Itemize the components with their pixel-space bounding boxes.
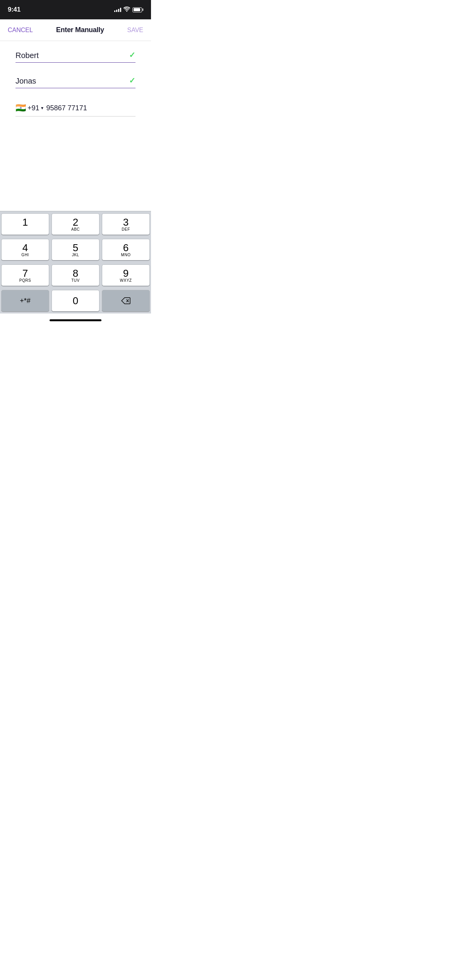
keyboard-row-3: 7 PQRS 8 TUV 9 WXYZ: [0, 262, 151, 288]
key-9[interactable]: 9 WXYZ: [102, 264, 150, 286]
empty-space: [0, 117, 151, 194]
status-bar: 9:41: [0, 0, 151, 19]
keyboard-row-2: 4 GHI 5 JKL 6 MNO: [0, 237, 151, 262]
country-flag: 🇮🇳: [15, 103, 26, 113]
key-0[interactable]: 0: [51, 290, 100, 312]
key-special[interactable]: +*#: [1, 290, 49, 312]
last-name-input[interactable]: [15, 74, 136, 88]
last-name-field: ✓: [15, 74, 136, 88]
key-6[interactable]: 6 MNO: [102, 239, 150, 260]
status-icons: [114, 7, 143, 13]
save-button[interactable]: SAVE: [126, 24, 145, 37]
page-title: Enter Manually: [56, 26, 104, 34]
wifi-icon: [124, 7, 130, 13]
page-wrapper: 9:41 CANCEL Enter Manually: [0, 0, 151, 327]
last-name-checkmark: ✓: [129, 76, 136, 85]
form-content: ✓ ✓ 🇮🇳 +91 ▾ 95867 77171: [0, 41, 151, 211]
first-name-input[interactable]: [15, 49, 136, 63]
nav-bar: CANCEL Enter Manually SAVE: [0, 19, 151, 41]
key-7[interactable]: 7 PQRS: [1, 264, 49, 286]
battery-icon: [132, 7, 143, 12]
country-code: +91: [27, 104, 39, 112]
key-5[interactable]: 5 JKL: [51, 239, 100, 260]
key-4[interactable]: 4 GHI: [1, 239, 49, 260]
status-time: 9:41: [8, 6, 21, 14]
key-1[interactable]: 1: [1, 213, 49, 235]
chevron-down-icon: ▾: [41, 105, 43, 111]
keyboard-row-1: 1 2 ABC 3 DEF: [0, 211, 151, 237]
keyboard-row-bottom: +*# 0: [0, 288, 151, 314]
phone-field[interactable]: 🇮🇳 +91 ▾ 95867 77171: [15, 100, 136, 117]
form-area: ✓ ✓: [0, 41, 151, 88]
key-8[interactable]: 8 TUV: [51, 264, 100, 286]
key-delete[interactable]: [102, 290, 150, 312]
first-name-checkmark: ✓: [129, 50, 136, 60]
home-bar: [50, 319, 101, 321]
key-2[interactable]: 2 ABC: [51, 213, 100, 235]
signal-bars-icon: [114, 7, 121, 12]
delete-icon: [121, 297, 130, 304]
home-indicator: [0, 314, 151, 327]
keyboard: 1 2 ABC 3 DEF 4 GHI 5 JKL 6: [0, 211, 151, 314]
phone-number: 95867 77171: [46, 104, 87, 112]
cancel-button[interactable]: CANCEL: [6, 24, 34, 37]
key-3[interactable]: 3 DEF: [102, 213, 150, 235]
first-name-field: ✓: [15, 49, 136, 63]
